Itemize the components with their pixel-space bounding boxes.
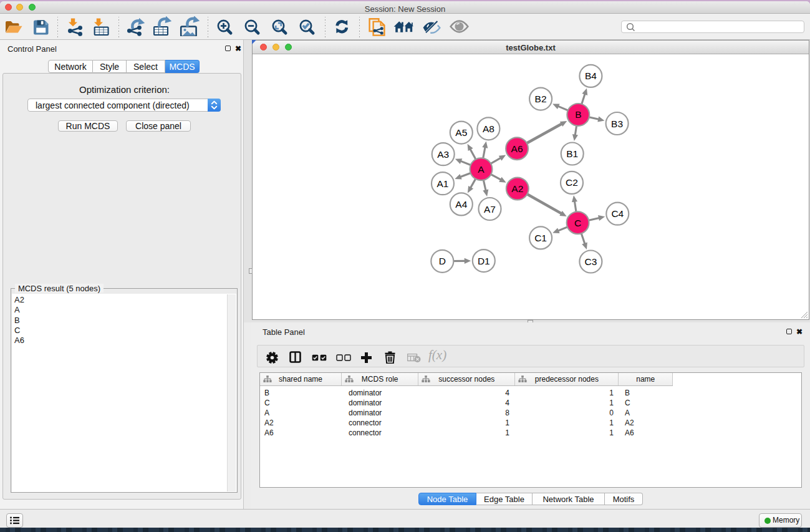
svg-text:A5: A5 — [455, 127, 467, 138]
svg-text:A1: A1 — [437, 178, 449, 189]
svg-text:B: B — [575, 109, 581, 120]
svg-text:A6: A6 — [511, 143, 523, 154]
svg-text:A3: A3 — [437, 149, 449, 160]
svg-text:A2: A2 — [511, 183, 523, 194]
svg-text:C2: C2 — [566, 177, 578, 188]
svg-text:A7: A7 — [484, 204, 496, 215]
svg-text:A4: A4 — [455, 199, 467, 210]
svg-text:C: C — [574, 218, 581, 228]
svg-text:B2: B2 — [535, 94, 547, 104]
svg-text:C3: C3 — [584, 256, 597, 267]
svg-text:A8: A8 — [483, 123, 494, 134]
svg-text:A: A — [478, 164, 485, 175]
svg-text:D1: D1 — [478, 256, 490, 266]
svg-text:B1: B1 — [566, 148, 578, 159]
svg-text:C1: C1 — [534, 233, 547, 243]
svg-text:B3: B3 — [611, 118, 623, 129]
svg-text:D: D — [439, 256, 446, 266]
svg-text:B4: B4 — [585, 70, 597, 81]
svg-text:C4: C4 — [611, 208, 624, 219]
